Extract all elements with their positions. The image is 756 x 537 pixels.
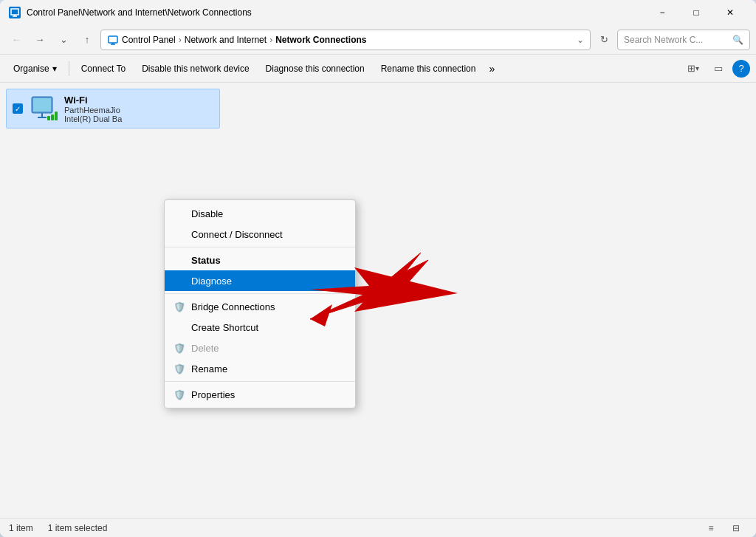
main-window: Control Panel\Network and Internet\Netwo… bbox=[0, 0, 756, 537]
ctx-properties[interactable]: 🛡️ Properties bbox=[165, 384, 355, 405]
status-bar: 1 item 1 item selected ≡ ⊟ bbox=[0, 518, 756, 537]
ctx-sep-2 bbox=[165, 293, 355, 294]
item-count: 1 item bbox=[9, 523, 33, 533]
close-button[interactable]: ✕ bbox=[713, 0, 747, 25]
rename-button[interactable]: Rename this connection bbox=[374, 58, 484, 80]
dropdown-icon: ⌄ bbox=[60, 34, 68, 45]
back-button[interactable]: ← bbox=[6, 30, 27, 50]
view-icon: ⊞ bbox=[687, 63, 695, 74]
ctx-bridge[interactable]: 🛡️ Bridge Connections bbox=[165, 296, 355, 317]
svg-rect-7 bbox=[33, 98, 51, 112]
list-view-button[interactable]: ≡ bbox=[700, 518, 722, 538]
svg-rect-10 bbox=[51, 114, 54, 120]
network-small-icon bbox=[107, 34, 119, 46]
disable-button[interactable]: Disable this network device bbox=[134, 58, 256, 80]
disable-label: Disable this network device bbox=[142, 64, 249, 74]
breadcrumb-nc: Network Connections bbox=[275, 35, 366, 45]
properties-shield-icon: 🛡️ bbox=[173, 389, 185, 400]
sep2: › bbox=[269, 35, 272, 45]
dropdown-button[interactable]: ⌄ bbox=[53, 30, 74, 50]
more-icon: » bbox=[489, 63, 495, 75]
view-chevron: ▾ bbox=[695, 64, 699, 72]
minimize-button[interactable]: − bbox=[645, 0, 679, 25]
content-area: ✓ Wi-Fi ParthHe bbox=[0, 83, 756, 518]
ctx-disable[interactable]: Disable bbox=[165, 203, 355, 224]
up-button[interactable]: ↑ bbox=[77, 30, 97, 50]
address-box[interactable]: Control Panel › Network and Internet › N… bbox=[100, 30, 591, 50]
svg-rect-11 bbox=[55, 112, 58, 120]
item-checkbox[interactable]: ✓ bbox=[13, 103, 23, 114]
list-icon: ≡ bbox=[708, 523, 713, 533]
pane-icon: ▭ bbox=[714, 63, 723, 74]
app-icon bbox=[9, 7, 21, 18]
context-menu: Disable Connect / Disconnect Status Diag… bbox=[164, 199, 356, 408]
network-sub1: ParthHeemaJio bbox=[64, 106, 122, 114]
forward-icon: → bbox=[35, 34, 45, 45]
diagnose-button[interactable]: Diagnose this connection bbox=[258, 58, 372, 80]
ctx-status[interactable]: Status bbox=[165, 250, 355, 270]
diagnose-label: Diagnose this connection bbox=[266, 64, 365, 74]
pane-button[interactable]: ▭ bbox=[707, 58, 729, 79]
ctx-connect[interactable]: Connect / Disconnect bbox=[165, 224, 355, 244]
connect-to-button[interactable]: Connect To bbox=[74, 58, 134, 80]
title-bar: Control Panel\Network and Internet\Netwo… bbox=[0, 0, 756, 25]
status-bar-right: ≡ ⊟ bbox=[700, 518, 747, 538]
svg-rect-0 bbox=[11, 9, 18, 15]
organise-button[interactable]: Organise ▾ bbox=[6, 58, 64, 80]
ctx-rename-label: Rename bbox=[191, 363, 227, 374]
ctx-status-label: Status bbox=[191, 255, 221, 266]
search-box[interactable]: Search Network C... 🔍 bbox=[617, 30, 750, 50]
maximize-button[interactable]: □ bbox=[679, 0, 713, 25]
ctx-sep-3 bbox=[165, 381, 355, 382]
ctx-properties-label: Properties bbox=[191, 389, 235, 400]
toolbar: Organise ▾ Connect To Disable this netwo… bbox=[0, 55, 756, 83]
sep1: › bbox=[179, 35, 182, 45]
network-sub2: Intel(R) Dual Ba bbox=[64, 114, 122, 123]
toolbar-right: ⊞ ▾ ▭ ? bbox=[682, 58, 750, 79]
address-bar: ← → ⌄ ↑ Control Panel › Network and Inte… bbox=[0, 25, 756, 55]
wifi-computer-icon bbox=[29, 94, 60, 125]
ctx-bridge-label: Bridge Connections bbox=[191, 301, 275, 312]
bridge-shield-icon: 🛡️ bbox=[173, 301, 185, 312]
refresh-icon: ↻ bbox=[600, 34, 608, 45]
ctx-shortcut-label: Create Shortcut bbox=[191, 322, 258, 333]
refresh-button[interactable]: ↻ bbox=[594, 30, 614, 50]
selected-count: 1 item selected bbox=[48, 523, 108, 533]
ctx-delete: 🛡️ Delete bbox=[165, 338, 355, 358]
more-button[interactable]: » bbox=[484, 58, 499, 80]
toolbar-separator-1 bbox=[69, 61, 69, 76]
network-icon-wrapper bbox=[29, 94, 58, 123]
svg-rect-12 bbox=[47, 116, 50, 120]
organise-chevron: ▾ bbox=[52, 64, 57, 74]
help-icon: ? bbox=[738, 63, 743, 74]
wifi-network-item[interactable]: ✓ Wi-Fi ParthHe bbox=[6, 89, 220, 129]
forward-button[interactable]: → bbox=[30, 30, 50, 50]
rename-label: Rename this connection bbox=[381, 64, 476, 74]
ctx-disable-label: Disable bbox=[191, 208, 223, 219]
ctx-connect-label: Connect / Disconnect bbox=[191, 229, 283, 240]
network-info: Wi-Fi ParthHeemaJio Intel(R) Dual Ba bbox=[64, 95, 122, 123]
address-chevron: ⌄ bbox=[577, 35, 584, 45]
delete-shield-icon: 🛡️ bbox=[173, 343, 185, 354]
breadcrumb-cp: Control Panel bbox=[122, 35, 176, 45]
ctx-diagnose[interactable]: Diagnose bbox=[165, 270, 355, 291]
grid-view-button[interactable]: ⊟ bbox=[725, 518, 747, 538]
ctx-diagnose-label: Diagnose bbox=[191, 276, 232, 287]
connect-to-label: Connect To bbox=[81, 64, 126, 74]
ctx-delete-label: Delete bbox=[191, 343, 219, 354]
help-button[interactable]: ? bbox=[732, 60, 750, 78]
rename-shield-icon: 🛡️ bbox=[173, 363, 185, 374]
back-icon: ← bbox=[12, 34, 21, 45]
network-name: Wi-Fi bbox=[64, 95, 122, 106]
breadcrumb-ni: Network and Internet bbox=[185, 35, 267, 45]
search-icon: 🔍 bbox=[732, 35, 743, 45]
window-controls: − □ ✕ bbox=[645, 0, 747, 25]
ctx-rename[interactable]: 🛡️ Rename bbox=[165, 358, 355, 379]
grid-icon: ⊟ bbox=[732, 523, 740, 533]
up-icon: ↑ bbox=[85, 34, 90, 45]
search-placeholder: Search Network C... bbox=[624, 35, 703, 45]
ctx-shortcut[interactable]: Create Shortcut bbox=[165, 317, 355, 338]
svg-rect-3 bbox=[109, 36, 117, 43]
view-options-button[interactable]: ⊞ ▾ bbox=[682, 58, 704, 79]
ctx-sep-1 bbox=[165, 247, 355, 247]
